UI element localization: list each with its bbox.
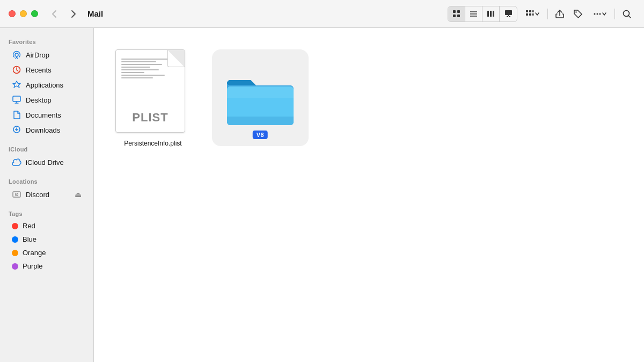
close-button[interactable] (9, 10, 16, 17)
desktop-label: Desktop (26, 96, 52, 104)
icloud-drive-label: iCloud Drive (26, 158, 64, 166)
tag-blue-dot (12, 236, 18, 243)
svg-rect-2 (453, 15, 456, 17)
plist-file-item[interactable]: PLIST PersistenceInfo.plist (111, 45, 195, 151)
applications-label: Applications (26, 81, 63, 89)
discord-label: Discord (26, 191, 49, 199)
sidebar-item-tag-orange[interactable]: Orange (3, 246, 90, 259)
svg-rect-9 (493, 11, 494, 17)
svg-rect-11 (507, 16, 508, 17)
documents-label: Documents (26, 111, 61, 119)
view-gallery-button[interactable] (500, 6, 517, 21)
back-button[interactable] (47, 6, 62, 21)
svg-rect-19 (532, 13, 534, 16)
tag-blue-label: Blue (23, 235, 36, 243)
svg-rect-7 (487, 11, 489, 17)
sidebar-item-desktop[interactable]: Desktop (3, 92, 90, 107)
eject-button[interactable]: ⏏ (75, 190, 82, 199)
svg-rect-3 (457, 15, 460, 17)
applications-icon (12, 80, 21, 90)
svg-point-22 (596, 13, 598, 15)
svg-rect-17 (529, 13, 531, 16)
sidebar-item-documents[interactable]: Documents (3, 107, 90, 122)
airdrop-icon (12, 50, 21, 60)
plist-filename: PersistenceInfo.plist (124, 140, 181, 147)
svg-point-24 (624, 10, 630, 16)
locations-label: Locations (0, 174, 93, 187)
minimize-button[interactable] (20, 10, 27, 17)
svg-rect-16 (526, 13, 528, 16)
sidebar-item-tag-red[interactable]: Red (3, 219, 90, 233)
tag-button[interactable] (569, 5, 587, 23)
toolbar-divider-2 (614, 9, 615, 19)
sidebar-item-recents[interactable]: Recents (3, 62, 90, 77)
toolbar-right (448, 5, 635, 23)
forward-button[interactable] (66, 6, 81, 21)
svg-point-32 (16, 194, 17, 195)
view-btn-group (448, 6, 517, 22)
group-button[interactable] (521, 5, 544, 23)
svg-point-23 (599, 13, 601, 15)
sidebar-item-tag-blue[interactable]: Blue (3, 233, 90, 246)
tag-purple-dot (12, 263, 18, 270)
folder-v8-item[interactable]: V8 (208, 45, 313, 151)
folder-container: V8 (212, 49, 309, 146)
svg-point-21 (594, 13, 595, 15)
sidebar-item-airdrop[interactable]: AirDrop (3, 47, 90, 62)
maximize-button[interactable] (31, 10, 38, 17)
svg-line-25 (629, 16, 631, 18)
folder-badge: V8 (253, 131, 268, 139)
downloads-icon (12, 125, 21, 135)
tag-red-label: Red (23, 222, 35, 230)
disk-icon (12, 190, 21, 199)
sidebar: Favorites AirDrop Recents (0, 28, 94, 362)
title-bar: Mail (0, 0, 644, 28)
share-button[interactable] (551, 5, 568, 23)
more-button[interactable] (588, 5, 611, 23)
svg-point-26 (15, 53, 18, 56)
plist-type-label: PLIST (116, 111, 185, 125)
favorites-label: Favorites (0, 34, 93, 47)
svg-rect-12 (509, 16, 510, 17)
plist-paper: PLIST (115, 49, 185, 133)
view-grid-button[interactable] (448, 6, 465, 21)
svg-rect-28 (13, 96, 20, 102)
sidebar-item-icloud-drive[interactable]: iCloud Drive (3, 155, 90, 170)
svg-point-20 (575, 11, 576, 12)
icloud-label: iCloud (0, 142, 93, 155)
svg-rect-0 (453, 10, 456, 13)
desktop-icon (12, 95, 21, 105)
search-button[interactable] (618, 5, 635, 23)
discord-row: Discord ⏏ (26, 190, 82, 199)
folder-svg (223, 68, 298, 127)
main-layout: Favorites AirDrop Recents (0, 28, 644, 362)
tag-red-dot (12, 223, 18, 229)
svg-rect-15 (529, 10, 531, 12)
airdrop-label: AirDrop (26, 51, 49, 59)
recents-icon (12, 65, 21, 75)
plist-icon: PLIST (115, 49, 191, 135)
sidebar-item-tag-purple[interactable]: Purple (3, 259, 90, 273)
plist-lines (121, 59, 179, 80)
svg-rect-8 (490, 11, 492, 17)
window-title: Mail (87, 9, 103, 18)
tag-orange-label: Orange (23, 249, 46, 257)
sidebar-item-applications[interactable]: Applications (3, 77, 90, 92)
recents-label: Recents (26, 66, 52, 74)
view-columns-button[interactable] (482, 6, 500, 21)
downloads-label: Downloads (26, 126, 60, 134)
sidebar-item-downloads[interactable]: Downloads (3, 122, 90, 137)
svg-rect-18 (532, 10, 534, 12)
view-list-button[interactable] (465, 6, 482, 21)
svg-rect-1 (457, 10, 460, 13)
sidebar-item-discord[interactable]: Discord ⏏ (3, 187, 90, 202)
traffic-lights (9, 10, 38, 17)
documents-icon (12, 110, 21, 120)
tag-purple-label: Purple (23, 262, 43, 270)
icloud-icon (12, 157, 21, 167)
svg-rect-10 (505, 10, 512, 15)
tags-label: Tags (0, 206, 93, 219)
toolbar-divider (547, 9, 548, 19)
content-area: PLIST PersistenceInfo.plist (94, 28, 644, 362)
tag-orange-dot (12, 250, 18, 256)
